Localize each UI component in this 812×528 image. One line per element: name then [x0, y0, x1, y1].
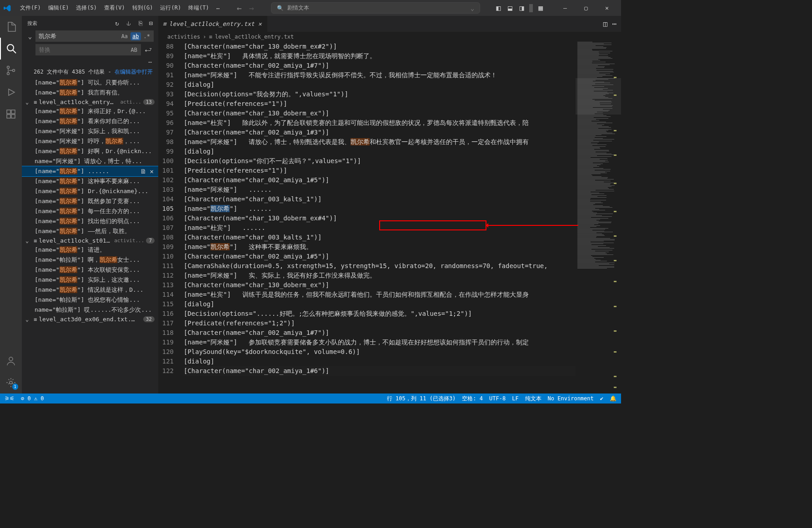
search-result-line[interactable]: [name="凯尔希"] 情况就是这样，D... [22, 285, 158, 295]
command-center-box[interactable]: 🔍 剧情文本 [271, 2, 480, 14]
replace-input[interactable] [35, 44, 141, 55]
breadcrumb-item[interactable]: level_act1lock_entry.txt [215, 34, 294, 40]
search-summary: 262 文件中有 4385 个结果 - 在编辑器中打开 [22, 66, 158, 78]
editor-area: ≡ level_act1lock_entry.txt ✕ ◫ ⋯ activit… [158, 16, 621, 394]
search-result-line[interactable]: [name="凯尔希"] 可以。只要你听... [22, 78, 158, 88]
search-icon[interactable] [0, 38, 22, 60]
more-actions-icon[interactable]: ⋯ [612, 20, 617, 28]
search-result-line[interactable]: [name="凯尔希"] 每一任主办方的... [22, 206, 158, 216]
menu-item[interactable]: … [213, 2, 223, 14]
maximize-icon[interactable]: ▢ [576, 0, 596, 16]
search-result-line[interactable]: [name="凯尔希"] Dr.{@nickname}... [22, 186, 158, 196]
replace-match-icon[interactable]: 🗎 [139, 167, 147, 176]
close-icon[interactable]: ✕ [596, 0, 617, 16]
layout-sidebar-left-icon[interactable]: ◧ [494, 2, 502, 14]
status-item[interactable]: UTF-8 [489, 395, 506, 402]
status-item[interactable]: 行 105，列 11 (已选择3) [387, 395, 456, 403]
toggle-search-details-icon[interactable]: ⋯ [148, 59, 152, 65]
search-result-line[interactable]: [name="凯尔希"] 请进。 [22, 245, 158, 255]
menu-item[interactable]: 编辑(E) [45, 2, 73, 14]
search-result-file[interactable]: ⌄≡level_act1lock_st01.txtactivit...7 [22, 236, 158, 245]
search-result-line[interactable]: [name="凯尔希"] 本次联锁安保竞... [22, 265, 158, 275]
layout-panel-icon[interactable]: ⬓ [506, 2, 514, 14]
search-result-line[interactable]: [name="凯尔希"] 这种事不要来麻... [22, 176, 158, 186]
layout-sidebar-right-icon[interactable]: ◨ [518, 2, 526, 14]
chevron-right-icon: › [203, 34, 206, 40]
search-result-line[interactable]: [name="凯尔希"] 既然参加了竞赛... [22, 196, 158, 206]
status-left: ⚞⚟ ⊘ 0 ⚠ 0 [5, 395, 44, 402]
clear-results-icon[interactable]: ⫝ [125, 20, 132, 27]
search-result-line[interactable]: [name="帕拉斯"] 啊，凯尔希女士... [22, 255, 158, 265]
account-icon[interactable] [0, 350, 22, 372]
summary-text: 262 文件中有 4385 个结果 - [34, 69, 115, 75]
search-result-line[interactable]: name="帕拉斯"] 哎......不论多少次... [22, 305, 158, 315]
code-content[interactable]: [Character(name="char_130_doberm_ex#2")]… [184, 42, 576, 394]
menu-item[interactable]: 转到(G) [129, 2, 157, 14]
breadcrumbs[interactable]: activities›≡ level_act1lock_entry.txt [158, 32, 621, 42]
svg-rect-8 [11, 110, 15, 114]
search-result-file[interactable]: ⌄≡level_act3d0_ex06_end.txt...32 [22, 315, 158, 324]
status-item[interactable]: No Environment [548, 395, 594, 402]
search-result-line[interactable]: name="阿米娅"] 请放心，博士，特... [22, 156, 158, 166]
search-result-line[interactable]: [name="凯尔希"] ——然后，取胜。 [22, 226, 158, 236]
menu-item[interactable]: 选择(S) [72, 2, 100, 14]
status-bar: ⚞⚟ ⊘ 0 ⚠ 0 行 105，列 11 (已选择3)空格: 4UTF-8LF… [0, 394, 621, 403]
status-item[interactable]: LF [512, 395, 518, 402]
search-result-file[interactable]: ⌄≡level_act1lock_entry.txtacti...13 [22, 98, 158, 106]
regex-icon[interactable]: .* [142, 32, 152, 40]
back-icon[interactable]: ← [234, 1, 245, 15]
debug-icon[interactable] [0, 81, 22, 103]
search-result-line[interactable]: [name="帕拉斯"] 也祝您有心情愉... [22, 295, 158, 305]
open-in-editor-link[interactable]: 在编辑器中打开 [115, 69, 153, 75]
status-item[interactable]: 空格: 4 [462, 395, 483, 403]
match-count-badge: 13 [143, 99, 155, 105]
search-result-line[interactable]: [name="阿米娅"] 实际上，我和凯... [22, 126, 158, 136]
search-result-line[interactable]: [name="凯尔希"] 我言而有信。 [22, 88, 158, 98]
replace-all-icon[interactable]: ⮐ [143, 44, 154, 56]
preserve-case-icon[interactable]: AB [129, 46, 139, 54]
menu-item[interactable]: 文件(F) [16, 2, 45, 14]
search-result-line[interactable]: [name="凯尔希"] 实际上，这次邀... [22, 275, 158, 285]
search-result-line[interactable]: [name="阿米娅"] 哼哼，凯尔希，... [22, 136, 158, 146]
toggle-replace-icon[interactable]: ⌄ [26, 33, 34, 40]
search-result-line[interactable]: [name="凯尔希"] 来得正好，Dr.{@... [22, 106, 158, 116]
new-search-editor-icon[interactable]: ⎘ [139, 20, 142, 27]
breadcrumb-item[interactable]: activities [167, 34, 200, 40]
extensions-icon[interactable] [0, 103, 22, 125]
menu-item[interactable]: 终端(T) [185, 2, 213, 14]
status-item[interactable]: 🔔 [610, 395, 617, 402]
dismiss-match-icon[interactable]: ✕ [149, 167, 155, 176]
forward-icon[interactable]: → [246, 1, 257, 15]
split-editor-icon[interactable]: ◫ [603, 20, 608, 28]
refresh-icon[interactable]: ↻ [115, 20, 119, 27]
search-results-tree[interactable]: [name="凯尔希"] 可以。只要你听...[name="凯尔希"] 我言而有… [22, 78, 158, 394]
sidebar-header: 搜索 ↻ ⫝ ⎘ ⊟ [22, 16, 158, 30]
explorer-icon[interactable] [0, 16, 22, 38]
editor-tab[interactable]: ≡ level_act1lock_entry.txt ✕ [158, 16, 268, 32]
menu-item[interactable]: 运行(R) [156, 2, 185, 14]
search-result-line[interactable]: [name="凯尔希"] 好啊，Dr.{@nickn... [22, 146, 158, 156]
status-item[interactable]: ✔ [600, 395, 603, 402]
match-case-icon[interactable]: Aa [120, 32, 130, 40]
settings-badge: 1 [12, 384, 18, 390]
remote-indicator-icon[interactable]: ⚞⚟ [5, 395, 15, 402]
settings-gear-icon[interactable]: 1 [0, 372, 22, 394]
search-result-line[interactable]: [name="凯尔希"] 找出他们的弱点... [22, 216, 158, 226]
status-item[interactable]: 纯文本 [525, 395, 541, 403]
close-tab-icon[interactable]: ✕ [257, 20, 263, 28]
collapse-all-icon[interactable]: ⊟ [149, 20, 153, 27]
source-control-icon[interactable] [0, 60, 22, 81]
vscode-logo-icon [4, 5, 11, 12]
status-right: 行 105，列 11 (已选择3)空格: 4UTF-8LF纯文本No Envir… [387, 395, 617, 403]
match-whole-word-icon[interactable]: ab [130, 32, 140, 40]
match-count-badge: 7 [146, 238, 155, 244]
errors-warnings[interactable]: ⊘ 0 ⚠ 0 [21, 395, 44, 402]
sidebar-title: 搜索 [27, 20, 111, 27]
menu-item[interactable]: 查看(V) [100, 2, 129, 14]
search-result-line[interactable]: [name="凯尔希"] ......🗎✕ [22, 166, 158, 176]
tab-label: level_act1lock_entry.txt [169, 20, 255, 27]
svg-point-10 [10, 381, 12, 384]
search-result-line[interactable]: [name="凯尔希"] 看来你对自己的... [22, 116, 158, 126]
customize-layout-icon[interactable]: ▦ [536, 2, 545, 14]
minimize-icon[interactable]: — [555, 0, 576, 16]
